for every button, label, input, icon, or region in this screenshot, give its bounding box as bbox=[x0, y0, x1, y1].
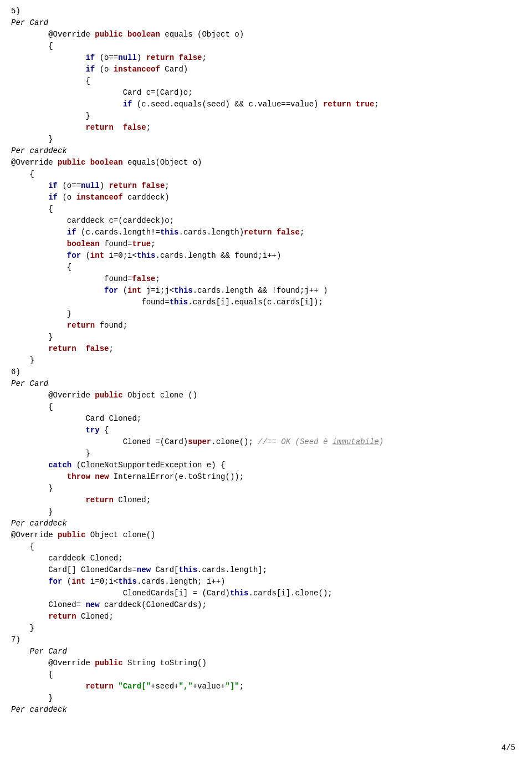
code-line: } bbox=[11, 483, 521, 494]
code-line: { bbox=[11, 669, 521, 681]
code-line: { bbox=[11, 169, 521, 180]
code-line: if (o instanceof carddeck) bbox=[11, 192, 521, 203]
code-line: found=this.cards[i].equals(c.cards[i]); bbox=[11, 297, 521, 308]
code-line: Cloned= new carddeck(ClonedCards); bbox=[11, 599, 521, 611]
code-line: } bbox=[11, 506, 521, 518]
code-line: Per carddeck bbox=[11, 518, 521, 529]
code-line: Cloned =(Card)super.clone(); //== OK (Se… bbox=[11, 436, 521, 448]
code-line: @Override public String toString() bbox=[11, 657, 521, 669]
code-line: for (int j=i;j<this.cards.length && !fou… bbox=[11, 285, 521, 297]
code-line: Per carddeck bbox=[11, 704, 521, 716]
code-line: carddeck Cloned; bbox=[11, 553, 521, 564]
code-line: if (o==null) return false; bbox=[11, 52, 521, 64]
code-line: @Override public boolean equals(Object o… bbox=[11, 157, 521, 169]
code-line: Card Cloned; bbox=[11, 413, 521, 425]
code-line: { bbox=[11, 541, 521, 553]
code-line: return false; bbox=[11, 122, 521, 134]
code-line: } bbox=[11, 332, 521, 343]
code-line: Card c=(Card)o; bbox=[11, 87, 521, 99]
code-line: if (c.cards.length!=this.cards.length)re… bbox=[11, 227, 521, 238]
code-line: } bbox=[11, 110, 521, 122]
code-line: @Override public Object clone() bbox=[11, 529, 521, 541]
code-line: return Cloned; bbox=[11, 494, 521, 506]
code-line: { bbox=[11, 262, 521, 273]
code-line: 6) bbox=[11, 366, 521, 378]
code-line: boolean found=true; bbox=[11, 238, 521, 250]
code-line: catch (CloneNotSupportedException e) { bbox=[11, 460, 521, 471]
code-line: } bbox=[11, 355, 521, 366]
code-line: return false; bbox=[11, 343, 521, 355]
code-line: } bbox=[11, 623, 521, 634]
code-line: carddeck c=(carddeck)o; bbox=[11, 215, 521, 227]
code-line: return found; bbox=[11, 320, 521, 332]
code-line: try { bbox=[11, 425, 521, 436]
code-line: for (int i=0;i<this.cards.length && foun… bbox=[11, 250, 521, 262]
code-line: if (o==null) return false; bbox=[11, 180, 521, 192]
code-line: { bbox=[11, 75, 521, 87]
code-line: { bbox=[11, 203, 521, 215]
code-line: ClonedCards[i] = (Card)this.cards[i].clo… bbox=[11, 588, 521, 599]
code-container: 5) Per Card @Override public boolean equ… bbox=[11, 6, 521, 716]
code-line: } bbox=[11, 308, 521, 320]
code-line: Per carddeck bbox=[11, 145, 521, 157]
code-line: } bbox=[11, 134, 521, 145]
code-line: { bbox=[11, 401, 521, 413]
code-line: Card[] ClonedCards=new Card[this.cards.l… bbox=[11, 564, 521, 576]
code-line: throw new InternalError(e.toString()); bbox=[11, 471, 521, 483]
code-line: } bbox=[11, 692, 521, 704]
code-line: @Override public boolean equals (Object … bbox=[11, 29, 521, 40]
code-line: } bbox=[11, 448, 521, 460]
code-line: return "Card["+seed+","+value+"]"; bbox=[11, 681, 521, 692]
code-line: if (c.seed.equals(seed) && c.value==valu… bbox=[11, 99, 521, 110]
code-line: 7) bbox=[11, 634, 521, 646]
code-line: 5) bbox=[11, 6, 521, 17]
code-line: Per Card bbox=[11, 646, 521, 657]
code-line: if (o instanceof Card) bbox=[11, 64, 521, 75]
code-line: Per Card bbox=[11, 17, 521, 29]
code-line: found=false; bbox=[11, 273, 521, 285]
code-line: { bbox=[11, 40, 521, 52]
code-line: for (int i=0;i<this.cards.length; i++) bbox=[11, 576, 521, 588]
code-line: Per Card bbox=[11, 378, 521, 390]
code-line: return Cloned; bbox=[11, 611, 521, 623]
code-line: @Override public Object clone () bbox=[11, 390, 521, 401]
